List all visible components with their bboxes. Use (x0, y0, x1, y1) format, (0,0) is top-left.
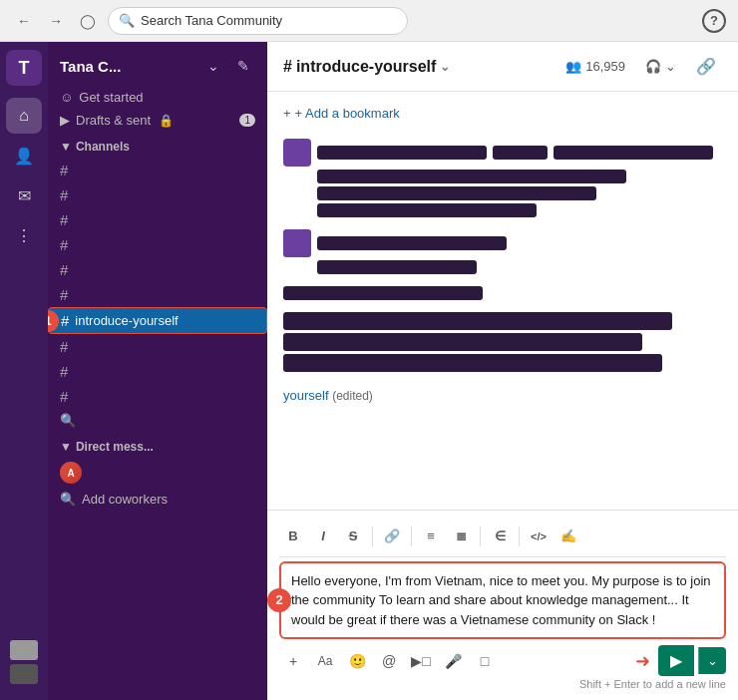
msg-line-6 (317, 260, 722, 274)
compose-icon[interactable]: ✎ (231, 54, 255, 78)
more-actions-button[interactable]: □ (471, 647, 499, 675)
browser-search-input[interactable]: Search Tana Community (141, 13, 397, 28)
msg-content-1 (283, 170, 722, 217)
msg-line-3 (317, 186, 722, 200)
dm-section-header[interactable]: ▼ Direct mess... (48, 432, 267, 458)
toolbar-sep-2 (411, 526, 412, 546)
sidebar-channel-4[interactable]: # (48, 232, 267, 257)
channel-chevron[interactable]: ⌄ (440, 60, 450, 74)
forward-button[interactable]: → (44, 9, 68, 33)
history-button[interactable]: ◯ (76, 9, 100, 33)
hash-icon-4: # (60, 236, 68, 253)
channels-label: Channels (76, 140, 130, 154)
msg-avatar-1 (283, 139, 311, 167)
home-icon[interactable]: ⌂ (6, 98, 42, 134)
bookmark-plus-icon: + (283, 106, 291, 121)
msg-content-4 (283, 312, 722, 372)
add-coworkers-icon: 🔍 (60, 492, 76, 507)
channel-header: # introduce-yourself ⌄ 👥 16,959 🎧 ⌄ 🔗 (267, 42, 738, 92)
sidebar-channel-8[interactable]: # (48, 334, 267, 359)
compose-input[interactable]: Hello everyone, I'm from Vietnam, nice t… (279, 561, 726, 640)
sidebar-item-drafts[interactable]: ▶ Drafts & sent 🔒 1 (48, 109, 267, 132)
bell-icon[interactable]: ✉ (6, 177, 42, 213)
add-apps-btn[interactable]: 🔗 (690, 53, 722, 80)
sidebar-channel-9[interactable]: # (48, 359, 267, 384)
redacted-4 (317, 170, 626, 183)
channel-sidebar: Tana C... ⌄ ✎ ☺ Get started ▶ Drafts & s… (48, 42, 267, 700)
sidebar-channel-6[interactable]: # (48, 282, 267, 307)
strikethrough-button[interactable]: S (339, 523, 367, 550)
msg-content-2 (283, 260, 722, 274)
sidebar-channel-introduce-yourself[interactable]: # introduce-yourself (48, 307, 267, 334)
audio-button[interactable]: 🎤 (439, 647, 467, 675)
drafts-icon: ▶ (60, 113, 70, 128)
help-button[interactable]: ? (702, 9, 726, 33)
emoji-button[interactable]: 🙂 (343, 647, 371, 675)
indent-button[interactable]: ∈ (486, 523, 514, 550)
msg-line-4 (317, 203, 722, 217)
sidebar-channel-3[interactable]: # (48, 207, 267, 232)
brand-icon[interactable]: T (6, 50, 42, 86)
youredit-text: yourself (283, 388, 329, 403)
bookmark-label: + Add a bookmark (295, 106, 400, 121)
messages-area: + + Add a bookmark (267, 92, 738, 510)
message-2 (283, 229, 722, 274)
active-channel-name: introduce-yourself (75, 313, 178, 328)
send-dropdown-button[interactable]: ⌄ (698, 647, 726, 674)
dm-label: Direct mess... (76, 440, 154, 454)
compose-area: B I S 🔗 ≡ ≣ ∈ </> ✍ 2 Hello everyone, I'… (267, 510, 738, 701)
text-format-button[interactable]: Aa (311, 647, 339, 675)
compose-toolbar: B I S 🔗 ≡ ≣ ∈ </> ✍ (279, 519, 726, 557)
workflow-button[interactable]: ✍ (554, 523, 582, 550)
icon-sidebar: T ⌂ 👤 ✉ ⋮ (0, 42, 48, 700)
redacted-12 (283, 354, 662, 372)
ordered-list-button[interactable]: ≣ (447, 523, 475, 550)
back-button[interactable]: ← (12, 9, 36, 33)
code-button[interactable]: </> (525, 523, 553, 550)
msg-line-9 (283, 333, 722, 351)
bold-button[interactable]: B (279, 523, 307, 550)
video-button[interactable]: ▶□ (407, 647, 435, 675)
msg-content-3 (283, 286, 722, 300)
bookmark-bar[interactable]: + + Add a bookmark (283, 100, 722, 127)
more-icon[interactable]: ⋮ (6, 217, 42, 253)
bottom-box-1 (10, 640, 38, 660)
sidebar-search[interactable]: 🔍 (48, 409, 267, 432)
profile-icon[interactable]: 👤 (6, 138, 42, 174)
hint-text: Shift + Enter to add a new line (279, 678, 726, 692)
compose-input-wrapper: 2 Hello everyone, I'm from Vietnam, nice… (279, 561, 726, 640)
bottom-box-2 (10, 664, 38, 684)
message-1 (283, 139, 722, 217)
sidebar-chevron[interactable]: ⌄ (201, 54, 225, 78)
sidebar-channel-2[interactable]: # (48, 182, 267, 207)
redacted-11 (283, 333, 642, 351)
link-button[interactable]: 🔗 (378, 523, 406, 550)
sidebar-add-coworkers[interactable]: 🔍 Add coworkers (48, 488, 267, 511)
hash-icon-3: # (60, 211, 68, 228)
sidebar-channel-1[interactable]: # (48, 158, 267, 182)
send-button[interactable]: ▶ (658, 645, 694, 676)
toolbar-sep-1 (372, 526, 373, 546)
sidebar-dm-1[interactable]: A (48, 458, 267, 488)
mention-button[interactable]: @ (375, 647, 403, 675)
magnify-icon: 🔍 (60, 413, 76, 428)
headphones-btn[interactable]: 🎧 ⌄ (639, 55, 682, 78)
msg-line-8 (283, 312, 722, 330)
sidebar-channel-10[interactable]: # (48, 384, 267, 409)
redacted-7 (317, 236, 507, 250)
sidebar-bottom (10, 640, 38, 692)
sidebar-channel-5[interactable]: # (48, 257, 267, 282)
sidebar-item-get-started[interactable]: ☺ Get started (48, 86, 267, 109)
hash-icon-9: # (60, 363, 68, 380)
add-button[interactable]: + (279, 647, 307, 675)
unordered-list-button[interactable]: ≡ (417, 523, 445, 550)
channels-section-header[interactable]: ▼ Channels (48, 132, 267, 158)
hash-icon-5: # (60, 261, 68, 278)
browser-search-bar[interactable]: 🔍 Search Tana Community (108, 7, 408, 35)
toolbar-sep-4 (519, 526, 520, 546)
member-count-btn[interactable]: 👥 16,959 (559, 55, 631, 78)
channel-name-text: introduce-yourself (296, 58, 436, 76)
italic-button[interactable]: I (309, 523, 337, 550)
edited-label: (edited) (332, 389, 373, 403)
msg-line-10 (283, 354, 722, 372)
